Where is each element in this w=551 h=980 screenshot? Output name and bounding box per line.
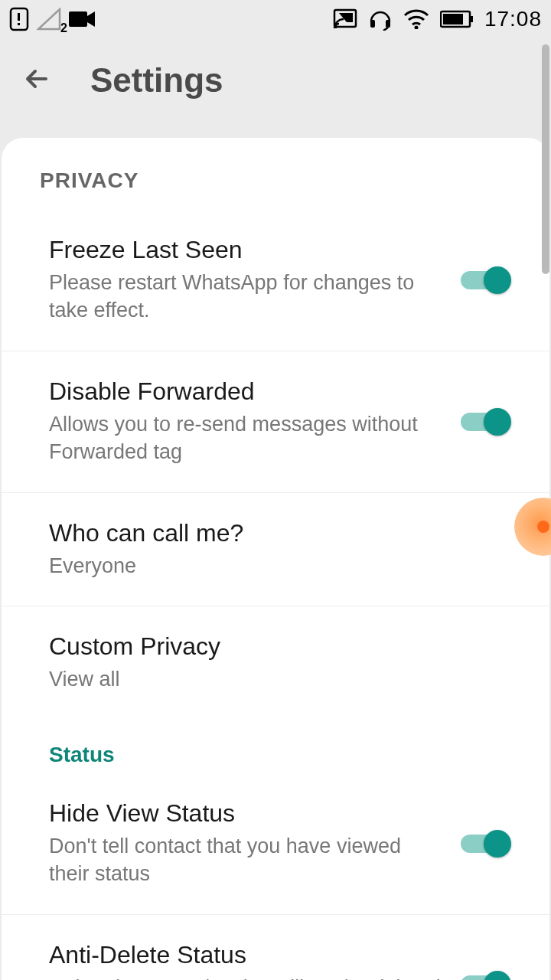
app-header: Settings bbox=[0, 38, 551, 138]
svg-point-5 bbox=[334, 25, 337, 28]
record-dot-icon bbox=[537, 521, 549, 533]
antidelete-toggle[interactable] bbox=[461, 971, 511, 980]
forwarded-desc: Allows you to re-send messages without F… bbox=[49, 410, 445, 466]
svg-rect-3 bbox=[69, 11, 87, 27]
privacy-section-label: PRIVACY bbox=[2, 168, 549, 210]
cast-icon bbox=[333, 8, 357, 30]
antidelete-desc: Deleted statuses/stories will not be del… bbox=[49, 974, 445, 981]
whocall-desc: Everyone bbox=[49, 552, 496, 580]
freeze-desc: Please restart WhatsApp for changes to t… bbox=[49, 269, 445, 325]
clock-text: 17:08 bbox=[484, 7, 542, 31]
custom-privacy-row[interactable]: Custom Privacy View all bbox=[2, 606, 549, 719]
hide-view-status-row[interactable]: Hide View Status Don't tell contact that… bbox=[2, 773, 549, 915]
svg-point-8 bbox=[414, 26, 418, 30]
scrollbar-indicator[interactable] bbox=[542, 44, 549, 274]
back-button[interactable] bbox=[23, 64, 52, 96]
freeze-title: Freeze Last Seen bbox=[49, 236, 445, 264]
whocall-title: Who can call me? bbox=[49, 519, 496, 547]
sim-alert-icon bbox=[9, 7, 29, 31]
svg-rect-2 bbox=[18, 23, 20, 25]
settings-card: PRIVACY Freeze Last Seen Please restart … bbox=[2, 138, 549, 980]
svg-rect-6 bbox=[370, 20, 375, 28]
page-title: Settings bbox=[90, 61, 223, 100]
who-can-call-row[interactable]: Who can call me? Everyone bbox=[2, 493, 549, 606]
headphones-icon bbox=[368, 8, 393, 31]
hideview-title: Hide View Status bbox=[49, 799, 445, 828]
freeze-toggle[interactable] bbox=[461, 266, 511, 294]
anti-delete-status-row[interactable]: Anti-Delete Status Deleted statuses/stor… bbox=[2, 915, 549, 981]
forwarded-title: Disable Forwarded bbox=[49, 377, 445, 406]
svg-rect-11 bbox=[471, 16, 473, 22]
wifi-icon bbox=[403, 9, 429, 29]
hideview-toggle[interactable] bbox=[461, 830, 511, 858]
forwarded-toggle[interactable] bbox=[461, 408, 511, 436]
status-section-label: Status bbox=[2, 720, 549, 773]
freeze-last-seen-row[interactable]: Freeze Last Seen Please restart WhatsApp… bbox=[2, 210, 549, 351]
hideview-desc: Don't tell contact that you have viewed … bbox=[49, 832, 445, 888]
antidelete-title: Anti-Delete Status bbox=[49, 941, 445, 969]
svg-rect-10 bbox=[443, 14, 463, 24]
status-bar: 2 17:08 bbox=[0, 0, 551, 38]
battery-icon bbox=[440, 10, 474, 28]
disable-forwarded-row[interactable]: Disable Forwarded Allows you to re-send … bbox=[2, 351, 549, 493]
customprivacy-desc: View all bbox=[49, 665, 496, 693]
svg-rect-7 bbox=[386, 20, 390, 28]
signal-icon: 2 bbox=[37, 8, 61, 31]
customprivacy-title: Custom Privacy bbox=[49, 632, 496, 661]
svg-rect-1 bbox=[18, 13, 20, 21]
video-icon bbox=[69, 10, 95, 28]
